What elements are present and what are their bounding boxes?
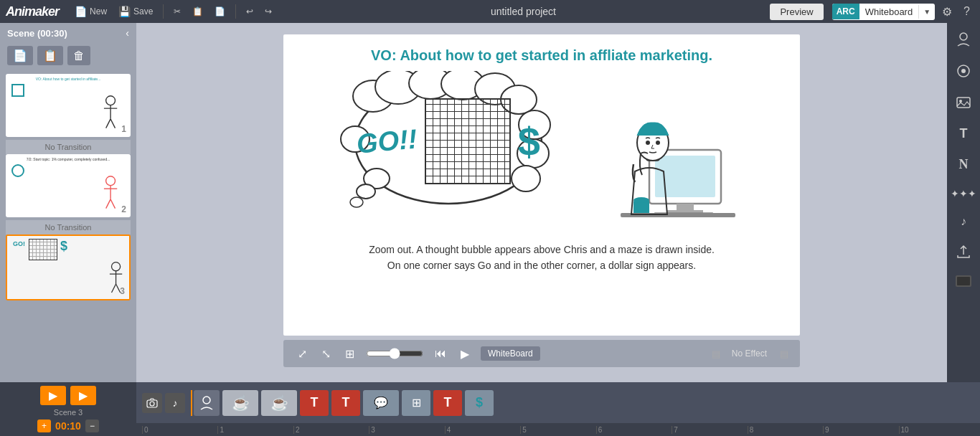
effect-arrow-icon: ▤ [780,349,788,359]
dollar-sign: $ [518,118,540,165]
text-tool-button[interactable]: T [957,123,971,144]
svg-line-8 [106,199,110,209]
svg-rect-47 [957,277,970,285]
svg-point-50 [203,397,210,404]
timeline-clip-text-1[interactable]: T [300,390,329,416]
whiteboard-label: Whiteboard [859,4,918,20]
grid-button[interactable]: ⊞ [342,346,357,362]
scene-play-all-button[interactable]: ▶ [70,386,96,405]
timeline-clip-text-3[interactable]: T [433,390,462,416]
timeline-music-icon: ♪ [173,397,178,409]
timeline-clip-dollar[interactable]: $ [465,390,494,416]
settings-button[interactable]: ⚙ [938,2,956,22]
scene-actions: 📄 📋 🗑 [0,43,136,71]
props-tool-button[interactable] [953,60,974,82]
copy-button[interactable]: 📋 [188,4,207,19]
no-effect-label: No Effect [732,349,767,359]
image-tool-button[interactable] [953,92,974,113]
font-tool-button[interactable]: N [956,154,971,175]
character-tool-button[interactable] [953,29,974,50]
timeline-camera-button[interactable] [142,393,162,413]
timeline-clip-character[interactable] [194,390,220,416]
no-transition-1[interactable]: No Transition [6,140,131,154]
collapse-button[interactable]: ‹ [126,27,129,39]
whiteboard-icon-box: ARC [832,4,859,19]
scene-item-3[interactable]: GO! $ 3 [6,234,131,300]
svg-line-13 [112,284,116,293]
whiteboard-mode-badge: WhiteBoard [481,346,540,361]
new-button[interactable]: 📄 New [70,4,111,19]
save-button[interactable]: 💾 Save [114,4,157,19]
timeline-items: ☕ ☕ T T 💬 ⊞ T $ [191,390,980,416]
svg-point-40 [656,141,660,145]
timeline-tracks: ♪ ☕ ☕ T T 💬 ⊞ T $ [136,382,980,423]
image-icon [956,95,971,110]
save-icon: 💾 [118,6,131,17]
right-panel: T N ✦✦✦ ♪ [947,23,980,382]
canvas-area: VO: About how to get started in affliate… [136,23,947,382]
zoom-slider[interactable] [366,348,423,359]
scene-item-2[interactable]: 7/2: Start topic: 1% computer, completel… [6,154,131,217]
svg-point-41 [960,33,967,40]
scene-controls: ▶ ▶ Scene 3 + 00:10 − [0,382,136,436]
caption-line-2: On one corner says Go and in the other c… [312,257,771,273]
scene-2-clock [11,164,24,177]
scene-3-maze [29,239,57,260]
expand-view-button[interactable]: ⤡ [319,346,334,362]
ruler-mark-6: 6 [596,426,672,434]
upload-tool-button[interactable] [953,241,974,262]
slide-main-content: GO!! $ [283,64,800,236]
preview-button[interactable]: Preview [770,4,823,20]
help-button[interactable]: ? [959,2,974,21]
separator-1 [163,4,164,19]
svg-point-39 [646,141,650,145]
ruler-mark-8: 8 [748,426,823,434]
play-button[interactable]: ▶ [458,346,472,362]
new-label: New [90,6,107,16]
timeline-clip-bubble[interactable]: 💬 [363,390,399,416]
scene-1-clock [11,84,24,97]
caption-line-1: Zoom out. A thought bubble appears above… [312,242,771,257]
scene-thumbnail-1: VO: About how to get started in affiliat… [6,74,131,137]
bubble-inner-content: GO!! $ [355,84,542,199]
props-icon [956,63,971,79]
thought-bubble: GO!! $ [334,71,563,229]
svg-line-3 [106,119,110,128]
music-tool-button[interactable]: ♪ [958,212,969,231]
effects-icon: ✦✦✦ [951,188,976,199]
scene-header-label: Scene (00:30) [7,28,67,39]
prev-frame-button[interactable]: ⏮ [432,346,449,361]
timeline-clip-cup-1[interactable]: ☕ [222,390,258,416]
timeline-clip-maze[interactable]: ⊞ [402,390,430,416]
scene-play-button[interactable]: ▶ [40,386,66,405]
redo-icon: ↪ [265,6,272,16]
wb-icon: ARC [837,6,855,16]
clip-char-icon [199,395,215,411]
fit-view-button[interactable]: ⤢ [295,346,310,362]
scene-duplicate-button[interactable]: 📋 [37,46,63,65]
text-icon: T [960,126,968,141]
whiteboard-arrow-icon[interactable]: ▼ [918,5,935,19]
effects-tool-button[interactable]: ✦✦✦ [948,185,979,202]
ruler-marks: 0 1 2 3 4 5 6 7 8 9 10 [142,426,974,434]
add-time-button[interactable]: + [37,420,51,432]
scene-item-1[interactable]: VO: About how to get started in affiliat… [6,74,131,137]
timeline-music-button[interactable]: ♪ [165,393,185,413]
ruler-mark-5: 5 [520,426,595,434]
ruler-mark-4: 4 [445,426,520,434]
project-title: untitled project [279,6,767,17]
cut-button[interactable]: ✂ [169,4,185,19]
whiteboard-dropdown[interactable]: ARC Whiteboard ▼ [832,4,935,20]
redo-button[interactable]: ↪ [260,4,276,19]
undo-button[interactable]: ↩ [242,4,258,19]
paste-button[interactable]: 📄 [210,4,230,19]
scene-add-button[interactable]: 📄 [7,46,33,65]
remove-time-button[interactable]: − [85,420,99,432]
ruler-mark-0: 0 [142,426,217,434]
timeline-clip-cup-2[interactable]: ☕ [261,390,297,416]
timeline-clip-text-2[interactable]: T [331,390,360,416]
no-transition-2[interactable]: No Transition [6,220,131,234]
background-tool-button[interactable] [953,272,974,290]
scene-1-preview-text: VO: About how to get started in affiliat… [9,77,128,82]
scene-delete-button[interactable]: 🗑 [67,46,90,65]
